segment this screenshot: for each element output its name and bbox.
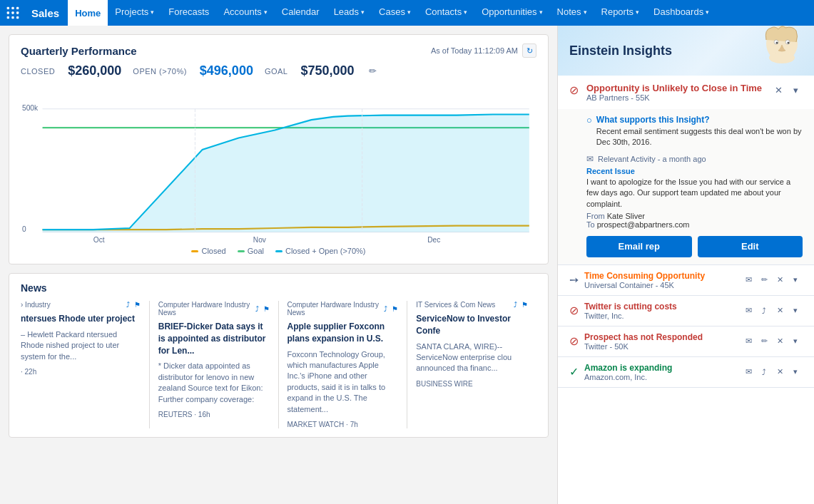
email-button[interactable]: ✉ [741, 304, 756, 318]
share-icon[interactable]: ⤴ [255, 305, 259, 313]
nav-item-projects[interactable]: Projects ▾ [108, 0, 161, 26]
compact-actions: ✉ ✏ ✕ ▾ [741, 334, 803, 349]
dismiss-button[interactable]: ✕ [771, 83, 785, 97]
edit-button[interactable]: ✏ [757, 273, 771, 287]
insight-item-1: ⊘ Opportunity is Unlikely to Close in Ti… [558, 76, 814, 265]
dismiss-button[interactable]: ✕ [773, 304, 787, 318]
einstein-illustration [757, 26, 807, 79]
nav-item-notes[interactable]: Notes ▾ [550, 0, 594, 26]
chevron-down-button[interactable]: ▾ [788, 365, 803, 379]
share-button[interactable]: ⤴ [757, 304, 771, 318]
email-rep-button[interactable]: Email rep [586, 236, 692, 257]
news-category: Computer Hardware Industry News ⤴ ⚑ [288, 301, 399, 317]
insight-title[interactable]: Opportunity is Unlikely to Close in Time [586, 83, 765, 93]
insight-item-5: ✓ Amazon is expanding Amazon.com, Inc. ✉… [558, 357, 814, 388]
activity-section: ✉ Relevant Activity - a month ago Recent… [586, 154, 803, 229]
email-button[interactable]: ✉ [741, 365, 756, 379]
support-content: What supports this Insight? Recent email… [596, 115, 803, 148]
share-icon[interactable]: ⤴ [126, 301, 130, 309]
x-label-nov: Nov [253, 235, 267, 243]
insight-expanded: ○ What supports this Insight? Recent ema… [558, 109, 814, 264]
flag-icon[interactable]: ⚑ [263, 305, 270, 313]
perf-metrics: CLOSED $260,000 OPEN (>70%) $496,000 GOA… [21, 63, 536, 78]
news-actions: ⤴ ⚑ [514, 301, 528, 309]
support-title[interactable]: What supports this Insight? [596, 115, 803, 125]
share-icon[interactable]: ⤴ [384, 305, 387, 313]
dismiss-button[interactable]: ✕ [773, 365, 787, 379]
chevron-down-icon: ▾ [264, 9, 268, 16]
nav-brand[interactable]: Sales [26, 7, 65, 19]
from-line: From Kate Sliver [586, 212, 803, 220]
insight-title[interactable]: Twitter is cutting costs [584, 302, 736, 312]
left-panel: Quarterly Performance As of Today 11:12:… [0, 26, 557, 504]
recent-issue-link[interactable]: Recent Issue [586, 167, 803, 175]
nav-item-opportunities[interactable]: Opportunities ▾ [474, 0, 549, 26]
alert-icon: ⊘ [569, 304, 579, 317]
refresh-button[interactable]: ↻ [522, 43, 536, 58]
nav-item-home[interactable]: Home [68, 0, 108, 26]
nav-item-leads[interactable]: Leads ▾ [327, 0, 372, 26]
main-layout: Quarterly Performance As of Today 11:12:… [0, 26, 814, 504]
insight-content: Twitter is cutting costs Twitter, Inc. [584, 302, 736, 320]
to-email: prospect@abpartners.com [597, 220, 690, 229]
news-actions: ⤴ ⚑ [126, 301, 141, 309]
svg-point-18 [776, 42, 778, 44]
news-item: › Industry ⤴ ⚑ ntersues Rhode uter proje… [21, 301, 150, 428]
chevron-down-button[interactable]: ▾ [788, 83, 803, 97]
chevron-down-button[interactable]: ▾ [788, 304, 803, 318]
flag-icon[interactable]: ⚑ [522, 301, 528, 309]
news-category: Computer Hardware Industry News ⤴ ⚑ [158, 301, 270, 317]
nav-item-dashboards[interactable]: Dashboards ▾ [646, 0, 716, 26]
insight-main: ⊘ Opportunity is Unlikely to Close in Ti… [558, 76, 814, 109]
insight-title[interactable]: Amazon is expanding [584, 363, 736, 373]
edit-button[interactable]: ✏ [757, 334, 771, 349]
perf-title: Quarterly Performance [21, 45, 137, 57]
perf-header: Quarterly Performance As of Today 11:12:… [21, 43, 536, 58]
closed-label: CLOSED [21, 67, 55, 76]
chevron-down-icon: ▾ [361, 9, 365, 16]
svg-rect-8 [16, 16, 19, 19]
news-headline: ServiceNow to Investor Confe [416, 313, 528, 337]
svg-marker-12 [43, 115, 529, 232]
news-grid: › Industry ⤴ ⚑ ntersues Rhode uter proje… [21, 301, 536, 428]
dismiss-button[interactable]: ✕ [773, 334, 787, 349]
nav-item-accounts[interactable]: Accounts ▾ [216, 0, 274, 26]
news-item: Computer Hardware Industry News ⤴ ⚑ BRIE… [150, 301, 279, 428]
insight-title[interactable]: Time Consuming Opportunity [584, 271, 736, 281]
email-button[interactable]: ✉ [741, 334, 756, 349]
success-icon: ✓ [569, 365, 579, 379]
svg-rect-2 [16, 7, 19, 9]
nav-item-cases[interactable]: Cases ▾ [372, 0, 418, 26]
edit-goal-icon[interactable]: ✏ [369, 66, 377, 76]
flag-icon[interactable]: ⚑ [392, 305, 398, 313]
x-label-oct: Oct [93, 235, 105, 243]
svg-point-19 [788, 42, 790, 44]
insight-content: Amazon is expanding Amazon.com, Inc. [584, 363, 736, 381]
support-row: ○ What supports this Insight? Recent ema… [586, 115, 803, 148]
news-card: News › Industry ⤴ ⚑ ntersues Rhode uter … [9, 273, 549, 438]
news-headline: BRIEF-Dicker Data says it is appointed a… [158, 321, 270, 356]
news-body: Foxconn Technology Group, which manufact… [288, 349, 399, 415]
flag-icon[interactable]: ⚑ [134, 301, 141, 309]
share-button[interactable]: ⤴ [757, 365, 771, 379]
nav-item-forecasts[interactable]: Forecasts [161, 0, 216, 26]
edit-button[interactable]: Edit [698, 236, 803, 257]
insight-item-3: ⊘ Twitter is cutting costs Twitter, Inc.… [558, 296, 814, 326]
email-button[interactable]: ✉ [741, 273, 756, 287]
insight-header-row: ⊘ Opportunity is Unlikely to Close in Ti… [569, 83, 803, 102]
einstein-avatar [757, 26, 807, 76]
compact-actions: ✉ ⤴ ✕ ▾ [741, 304, 803, 318]
svg-point-20 [769, 52, 795, 63]
dismiss-button[interactable]: ✕ [773, 273, 787, 287]
activity-body: I want to apologize for the Issue you ha… [586, 177, 803, 210]
nav-item-reports[interactable]: Reports ▾ [594, 0, 647, 26]
chevron-down-button[interactable]: ▾ [788, 273, 803, 287]
nav-item-calendar[interactable]: Calendar [275, 0, 327, 26]
einstein-title: Einstein Insights [569, 43, 672, 58]
chevron-down-button[interactable]: ▾ [788, 334, 803, 349]
nav-item-contacts[interactable]: Contacts ▾ [418, 0, 474, 26]
news-body: * Dicker data appointed as distributor f… [158, 361, 270, 405]
insight-title[interactable]: Prospect has not Responded [584, 332, 736, 342]
share-icon[interactable]: ⤴ [514, 301, 517, 309]
app-launcher-icon[interactable] [6, 6, 20, 20]
